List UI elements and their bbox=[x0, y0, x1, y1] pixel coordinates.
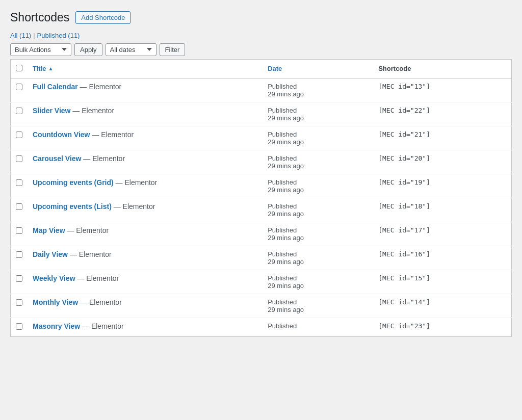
title-column-header[interactable]: Title ▲ bbox=[28, 59, 263, 78]
row-shortcode-cell: [MEC id="13"] bbox=[373, 78, 511, 102]
entry-title-link[interactable]: Upcoming events (Grid) bbox=[33, 178, 114, 187]
row-shortcode-cell: [MEC id="14"] bbox=[373, 294, 511, 318]
entry-title-link[interactable]: Monthly View bbox=[33, 298, 78, 306]
row-checkbox-cell[interactable] bbox=[11, 174, 28, 198]
date-relative: 29 mins ago bbox=[268, 210, 368, 218]
date-status: Published bbox=[268, 250, 368, 258]
row-checkbox-cell[interactable] bbox=[11, 270, 28, 294]
table-row: Weekly View — Elementor Published 29 min… bbox=[11, 270, 512, 294]
entry-title: Full Calendar — Elementor bbox=[33, 83, 257, 91]
shortcode-value: [MEC id="16"] bbox=[378, 250, 430, 258]
row-date-cell: Published bbox=[263, 318, 373, 336]
date-column-header[interactable]: Date bbox=[263, 59, 373, 78]
row-shortcode-cell: [MEC id="20"] bbox=[373, 150, 511, 174]
row-checkbox-cell[interactable] bbox=[11, 294, 28, 318]
entry-title-link[interactable]: Weekly View bbox=[33, 274, 75, 282]
entry-title-link[interactable]: Carousel View bbox=[33, 154, 81, 163]
entry-title-link[interactable]: Upcoming events (List) bbox=[33, 202, 112, 211]
entry-title: Map View — Elementor bbox=[33, 226, 257, 234]
row-checkbox-cell[interactable] bbox=[11, 198, 28, 222]
dates-filter-select[interactable]: All dates bbox=[106, 43, 156, 56]
row-checkbox[interactable] bbox=[16, 251, 22, 258]
date-relative: 29 mins ago bbox=[268, 162, 368, 170]
row-date-cell: Published 29 mins ago bbox=[263, 174, 373, 198]
row-checkbox-cell[interactable] bbox=[11, 102, 28, 126]
row-checkbox[interactable] bbox=[16, 84, 22, 90]
row-checkbox[interactable] bbox=[16, 203, 22, 210]
row-date-cell: Published 29 mins ago bbox=[263, 198, 373, 222]
entry-title: Carousel View — Elementor bbox=[33, 154, 257, 163]
shortcode-value: [MEC id="18"] bbox=[378, 202, 430, 210]
entry-title: Countdown View — Elementor bbox=[33, 130, 257, 139]
row-checkbox[interactable] bbox=[16, 275, 22, 282]
shortcodes-table: Title ▲ Date Shortcode bbox=[10, 59, 512, 337]
row-shortcode-cell: [MEC id="22"] bbox=[373, 102, 511, 126]
row-title-cell: Slider View — Elementor bbox=[28, 102, 263, 126]
date-sort-link[interactable]: Date bbox=[268, 65, 368, 72]
table-row: Upcoming events (Grid) — Elementor Publi… bbox=[11, 174, 512, 198]
row-checkbox[interactable] bbox=[16, 323, 22, 330]
shortcode-value: [MEC id="21"] bbox=[378, 130, 430, 138]
row-checkbox[interactable] bbox=[16, 155, 22, 162]
table-row: Map View — Elementor Published 29 mins a… bbox=[11, 222, 512, 246]
row-shortcode-cell: [MEC id="16"] bbox=[373, 246, 511, 270]
row-checkbox[interactable] bbox=[16, 108, 22, 114]
entry-title-link[interactable]: Countdown View bbox=[33, 130, 90, 139]
row-checkbox-cell[interactable] bbox=[11, 246, 28, 270]
select-all-checkbox[interactable] bbox=[16, 65, 22, 71]
filter-published-link[interactable]: Published (11) bbox=[37, 32, 80, 39]
table-row: Upcoming events (List) — Elementor Publi… bbox=[11, 198, 512, 222]
title-sort-link[interactable]: Title ▲ bbox=[33, 65, 257, 72]
sort-arrow-icon: ▲ bbox=[48, 66, 54, 71]
date-status: Published bbox=[268, 107, 368, 114]
row-title-cell: Upcoming events (List) — Elementor bbox=[28, 198, 263, 222]
entry-title-link[interactable]: Masonry View bbox=[33, 322, 80, 330]
row-checkbox[interactable] bbox=[16, 227, 22, 234]
apply-button[interactable]: Apply bbox=[74, 43, 102, 56]
date-status: Published bbox=[268, 322, 368, 330]
date-status: Published bbox=[268, 274, 368, 282]
entry-title-link[interactable]: Daily View bbox=[33, 250, 68, 258]
table-row: Full Calendar — Elementor Published 29 m… bbox=[11, 78, 512, 102]
row-checkbox-cell[interactable] bbox=[11, 150, 28, 174]
row-checkbox-cell[interactable] bbox=[11, 78, 28, 102]
row-title-cell: Map View — Elementor bbox=[28, 222, 263, 246]
row-title-cell: Countdown View — Elementor bbox=[28, 126, 263, 150]
row-date-cell: Published 29 mins ago bbox=[263, 294, 373, 318]
shortcode-value: [MEC id="14"] bbox=[378, 298, 430, 306]
row-checkbox[interactable] bbox=[16, 132, 22, 138]
entry-title-link[interactable]: Map View bbox=[33, 226, 65, 234]
entry-suffix: — Elementor bbox=[83, 154, 125, 163]
entry-suffix: — Elementor bbox=[77, 274, 119, 282]
row-title-cell: Full Calendar — Elementor bbox=[28, 78, 263, 102]
row-shortcode-cell: [MEC id="17"] bbox=[373, 222, 511, 246]
table-row: Masonry View — Elementor Published [MEC … bbox=[11, 318, 512, 336]
row-checkbox-cell[interactable] bbox=[11, 126, 28, 150]
entry-title-link[interactable]: Full Calendar bbox=[33, 83, 78, 91]
bulk-actions-select[interactable]: Bulk Actions Edit Move to Trash bbox=[10, 43, 71, 56]
entry-suffix: — Elementor bbox=[80, 83, 122, 91]
table-row: Monthly View — Elementor Published 29 mi… bbox=[11, 294, 512, 318]
shortcode-value: [MEC id="15"] bbox=[378, 274, 430, 282]
row-checkbox[interactable] bbox=[16, 179, 22, 186]
row-checkbox[interactable] bbox=[16, 299, 22, 306]
date-relative: 29 mins ago bbox=[268, 306, 368, 313]
row-checkbox-cell[interactable] bbox=[11, 318, 28, 336]
row-shortcode-cell: [MEC id="18"] bbox=[373, 198, 511, 222]
entry-suffix: — Elementor bbox=[114, 202, 155, 211]
filter-button[interactable]: Filter bbox=[160, 43, 186, 56]
row-shortcode-cell: [MEC id="15"] bbox=[373, 270, 511, 294]
select-all-column[interactable] bbox=[11, 59, 28, 78]
entry-title-link[interactable]: Slider View bbox=[33, 107, 70, 115]
entry-title: Masonry View — Elementor bbox=[33, 322, 257, 330]
entry-suffix: — Elementor bbox=[92, 130, 134, 139]
entry-title: Monthly View — Elementor bbox=[33, 298, 257, 306]
date-status: Published bbox=[268, 154, 368, 162]
table-row: Daily View — Elementor Published 29 mins… bbox=[11, 246, 512, 270]
add-shortcode-button[interactable]: Add Shortcode bbox=[75, 11, 130, 24]
filter-all-link[interactable]: All (11) bbox=[10, 32, 31, 39]
row-title-cell: Masonry View — Elementor bbox=[28, 318, 263, 336]
row-checkbox-cell[interactable] bbox=[11, 222, 28, 246]
shortcode-value: [MEC id="23"] bbox=[378, 322, 430, 330]
row-title-cell: Monthly View — Elementor bbox=[28, 294, 263, 318]
